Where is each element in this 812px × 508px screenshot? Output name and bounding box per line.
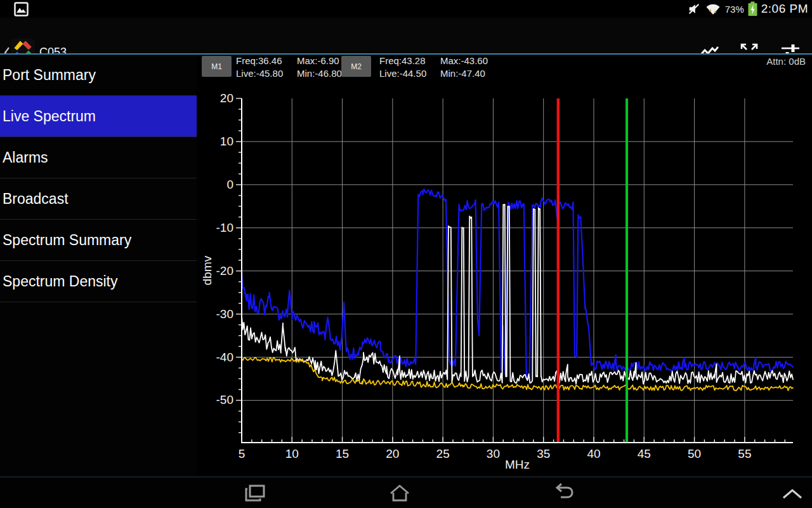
m2-max: Max:-43.60 — [440, 55, 488, 67]
svg-text:10: 10 — [220, 135, 233, 148]
chevron-up-icon[interactable] — [782, 488, 803, 500]
svg-text:-30: -30 — [216, 307, 233, 321]
attenuation-readout: Attn: 0dB — [766, 56, 806, 67]
svg-text:40: 40 — [587, 447, 600, 460]
gridlines — [242, 98, 793, 443]
svg-text:50: 50 — [688, 447, 701, 460]
battery-icon — [748, 1, 757, 17]
sidebar-item-label: Port Summary — [3, 67, 96, 84]
marker-m2-readout: Freq:43.28 Max:-43.60 Live:-44.50 Min:-4… — [379, 55, 488, 79]
svg-text:-50: -50 — [216, 393, 233, 406]
sidebar-item-label: Live Spectrum — [3, 108, 96, 125]
y-axis-label: dbmv — [200, 255, 214, 285]
wifi-icon — [705, 1, 721, 17]
m1-freq: Freq:36.46 — [236, 55, 289, 67]
screenshot-icon — [14, 2, 29, 17]
svg-text:5: 5 — [239, 447, 246, 460]
sidebar-item-label: Broadcast — [3, 190, 69, 208]
m2-min: Min:-47.40 — [440, 67, 488, 80]
m1-max: Max:-6.90 — [297, 55, 342, 67]
m2-freq: Freq:43.28 — [379, 55, 433, 67]
svg-text:-40: -40 — [216, 351, 233, 364]
tick-marks — [236, 98, 785, 443]
sidebar-item-label: Spectrum Density — [3, 273, 118, 290]
spectrum-svg: 51015202530354045505520100-10-20-30-40-5… — [197, 79, 812, 476]
sidebar-menu: Port Summary Live Spectrum Alarms Broadc… — [0, 55, 197, 476]
spectrum-chart[interactable]: 51015202530354045505520100-10-20-30-40-5… — [197, 79, 812, 476]
svg-text:20: 20 — [220, 91, 233, 105]
status-bar: 73% 2:06 PM — [0, 0, 812, 18]
svg-text:15: 15 — [336, 447, 349, 460]
sidebar-item-label: Spectrum Summary — [3, 232, 131, 249]
marker-m1-readout: Freq:36.46 Max:-6.90 Live:-45.80 Min:-46… — [236, 55, 342, 79]
sidebar-item-broadcast[interactable]: Broadcast — [0, 178, 197, 220]
m2-live: Live:-44.50 — [379, 67, 433, 80]
m1-live: Live:-45.80 — [236, 67, 289, 80]
clock: 2:06 PM — [761, 2, 808, 16]
sidebar-item-alarms[interactable]: Alarms — [0, 137, 197, 178]
m1-min: Min:-46.80 — [297, 67, 342, 80]
marker-info-bar: M1 Freq:36.46 Max:-6.90 Live:-45.80 Min:… — [197, 55, 812, 79]
svg-text:0: 0 — [226, 178, 233, 191]
tick-labels: 51015202530354045505520100-10-20-30-40-5… — [216, 91, 752, 460]
battery-percent: 73% — [725, 4, 744, 15]
mute-icon — [687, 2, 701, 16]
trace-max-hold — [242, 189, 793, 379]
screen: { "status_bar": { "battery_pct": "73%", … — [0, 0, 812, 508]
back-button[interactable] — [551, 483, 575, 504]
app-bar: C053 — [0, 18, 812, 53]
svg-text:45: 45 — [638, 447, 651, 460]
svg-text:20: 20 — [386, 447, 399, 460]
svg-text:35: 35 — [537, 447, 550, 460]
recent-apps-button[interactable] — [244, 483, 266, 504]
svg-text:-20: -20 — [216, 264, 233, 277]
marker-m1-label: M1 — [211, 62, 222, 71]
home-button[interactable] — [388, 483, 411, 504]
x-axis-label: MHz — [505, 458, 530, 471]
svg-text:10: 10 — [285, 447, 299, 460]
sidebar-item-label: Alarms — [3, 149, 48, 166]
svg-text:-10: -10 — [216, 221, 233, 234]
marker-m1-chip[interactable]: M1 — [202, 56, 232, 77]
sidebar-item-live-spectrum[interactable]: Live Spectrum — [0, 96, 197, 137]
marker-m2-chip[interactable]: M2 — [341, 56, 371, 77]
sidebar-item-spectrum-summary[interactable]: Spectrum Summary — [0, 220, 197, 261]
sidebar-item-port-summary[interactable]: Port Summary — [0, 55, 197, 96]
navigation-bar — [0, 476, 812, 508]
marker-m2-label: M2 — [351, 62, 362, 71]
sidebar-item-spectrum-density[interactable]: Spectrum Density — [0, 261, 197, 302]
svg-text:55: 55 — [738, 447, 751, 460]
svg-text:30: 30 — [487, 447, 500, 460]
svg-text:25: 25 — [436, 447, 450, 460]
